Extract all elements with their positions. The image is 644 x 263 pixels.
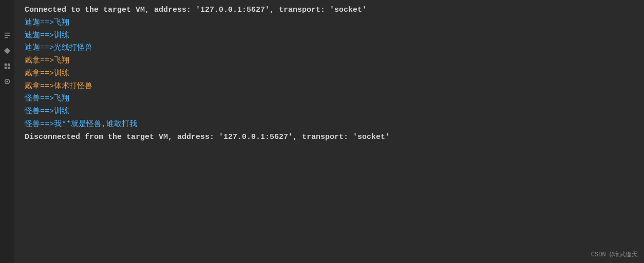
log-prefix-6: 戴拿==> xyxy=(25,82,54,91)
log-prefix-5: 戴拿==> xyxy=(25,69,54,78)
log-prefix-1: 迪迦==> xyxy=(25,18,54,27)
svg-point-8 xyxy=(6,80,8,83)
svg-rect-3 xyxy=(5,64,7,66)
left-sidebar xyxy=(0,0,14,263)
svg-rect-6 xyxy=(8,67,10,69)
svg-rect-4 xyxy=(8,64,10,66)
sidebar-icon-1[interactable] xyxy=(3,31,12,40)
log-line-1: 迪迦==>飞翔 xyxy=(25,17,636,30)
disconnected-line: Disconnected from the target VM, address… xyxy=(25,131,636,144)
svg-rect-0 xyxy=(5,33,10,34)
log-line-9: 怪兽==>我**就是怪兽,谁敢打我 xyxy=(25,118,636,131)
log-prefix-2: 迪迦==> xyxy=(25,31,54,40)
sidebar-icon-3[interactable] xyxy=(3,62,12,71)
log-prefix-8: 怪兽==> xyxy=(25,107,54,116)
log-line-3: 迪迦==>光线打怪兽 xyxy=(25,42,636,55)
log-line-2: 迪迦==>训练 xyxy=(25,30,636,43)
log-prefix-3: 迪迦==> xyxy=(25,44,54,52)
log-line-6: 戴拿==>体术打怪兽 xyxy=(25,80,636,93)
connected-line: Connected to the target VM, address: '12… xyxy=(25,4,636,17)
log-suffix-4: 飞翔 xyxy=(54,56,69,65)
log-line-7: 怪兽==>飞翔 xyxy=(25,93,636,106)
svg-rect-2 xyxy=(5,37,8,38)
log-suffix-6: 体术打怪兽 xyxy=(54,82,92,91)
log-suffix-5: 训练 xyxy=(54,69,69,78)
sidebar-icon-4[interactable] xyxy=(3,77,12,86)
log-prefix-7: 怪兽==> xyxy=(25,94,54,103)
log-line-4: 戴拿==>飞翔 xyxy=(25,55,636,68)
log-prefix-9: 怪兽==> xyxy=(25,120,54,129)
log-suffix-7: 飞翔 xyxy=(54,94,69,103)
log-suffix-8: 训练 xyxy=(54,107,69,116)
log-line-8: 怪兽==>训练 xyxy=(25,106,636,118)
log-prefix-4: 戴拿==> xyxy=(25,56,54,65)
log-suffix-1: 飞翔 xyxy=(54,18,69,27)
svg-rect-5 xyxy=(5,67,7,69)
svg-rect-1 xyxy=(5,35,10,36)
log-suffix-3: 光线打怪兽 xyxy=(54,44,92,52)
log-line-5: 戴拿==>训练 xyxy=(25,68,636,80)
terminal-output: Connected to the target VM, address: '12… xyxy=(14,0,644,263)
watermark: CSDN @暗武逢天 xyxy=(591,250,638,259)
sidebar-icon-2[interactable] xyxy=(3,46,12,55)
log-suffix-2: 训练 xyxy=(54,31,69,40)
log-suffix-9: 我**就是怪兽,谁敢打我 xyxy=(54,120,137,129)
terminal-window: Connected to the target VM, address: '12… xyxy=(0,0,644,263)
